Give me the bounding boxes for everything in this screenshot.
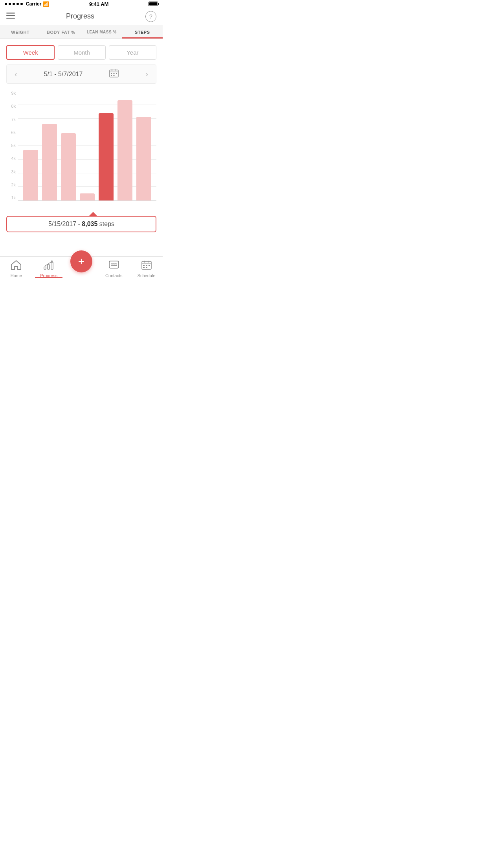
status-right	[149, 2, 158, 6]
y-label-5k: 5k	[6, 143, 18, 148]
tooltip-separator: -	[78, 221, 82, 227]
nav-bar: Progress ?	[0, 8, 163, 25]
signal-dot-3	[13, 3, 15, 5]
time-display: 9:41 AM	[89, 1, 108, 7]
nav-progress[interactable]: Progress	[33, 260, 65, 278]
period-week-button[interactable]: Week	[6, 45, 55, 60]
svg-rect-26	[149, 265, 150, 266]
y-label-6k: 6k	[6, 130, 18, 135]
bar-1[interactable]	[42, 124, 57, 200]
y-label-9k: 9k	[6, 91, 18, 96]
nav-home[interactable]: Home	[0, 260, 33, 278]
period-month-button[interactable]: Month	[58, 45, 105, 60]
svg-point-18	[115, 264, 117, 266]
help-button[interactable]: ?	[145, 11, 156, 22]
svg-rect-12	[44, 267, 46, 269]
y-axis: 1k 2k 3k 4k 5k 6k 7k 8k 9k	[6, 91, 18, 201]
nav-home-label: Home	[11, 273, 22, 278]
tooltip-arrow	[89, 212, 97, 216]
svg-rect-27	[143, 267, 145, 268]
svg-rect-24	[143, 265, 145, 266]
y-label-1k: 1k	[6, 195, 18, 200]
bar-2[interactable]	[61, 133, 76, 200]
tooltip-area: 5/15/2017 - 8,035 steps	[6, 212, 156, 232]
svg-rect-2	[6, 18, 15, 19]
y-label-4k: 4k	[6, 156, 18, 161]
svg-rect-10	[111, 75, 112, 76]
period-year-button[interactable]: Year	[109, 45, 156, 60]
svg-rect-0	[6, 13, 15, 14]
bars-row	[18, 91, 156, 200]
svg-rect-28	[146, 267, 147, 268]
status-left: Carrier 📶	[5, 1, 49, 7]
next-chevron[interactable]: ›	[145, 70, 148, 79]
schedule-icon	[141, 260, 152, 272]
menu-icon[interactable]	[6, 12, 15, 21]
status-bar: Carrier 📶 9:41 AM	[0, 0, 163, 8]
wifi-icon: 📶	[43, 1, 49, 7]
y-label-2k: 2k	[6, 182, 18, 187]
bar-5[interactable]	[117, 100, 132, 200]
prev-chevron[interactable]: ‹	[15, 70, 17, 79]
chart-area	[18, 91, 156, 201]
period-selector: Week Month Year	[0, 39, 163, 64]
y-label-7k: 7k	[6, 117, 18, 122]
tooltip-value: 8,035	[82, 221, 97, 227]
bar-0[interactable]	[23, 150, 38, 200]
chart-container: 1k 2k 3k 4k 5k 6k 7k 8k 9k	[0, 87, 163, 209]
svg-rect-8	[114, 73, 115, 74]
tooltip-unit-label: steps	[99, 221, 114, 227]
signal-dot-2	[9, 3, 11, 5]
page-title: Progress	[66, 12, 94, 20]
y-label-3k: 3k	[6, 169, 18, 174]
tab-weight[interactable]: WEIGHT	[0, 25, 41, 39]
date-range-bar: ‹ 5/1 - 5/7/2017 ›	[6, 64, 156, 84]
svg-rect-16	[109, 261, 119, 268]
tooltip-box: 5/15/2017 - 8,035 steps	[6, 216, 156, 232]
svg-rect-25	[146, 265, 147, 266]
nav-add[interactable]: +	[65, 257, 98, 272]
home-icon	[11, 260, 22, 272]
svg-rect-9	[116, 73, 117, 74]
signal-dot-5	[20, 3, 23, 5]
svg-rect-1	[6, 15, 15, 17]
svg-rect-7	[111, 73, 112, 74]
bar-6[interactable]	[136, 117, 151, 200]
tab-lean-mass[interactable]: LEAN MASS %	[81, 25, 122, 39]
battery-icon	[149, 2, 158, 6]
bar-4[interactable]	[99, 113, 114, 200]
svg-rect-14	[51, 262, 53, 269]
metric-tabs: WEIGHT BODY FAT % LEAN MASS % STEPS	[0, 25, 163, 39]
date-range-text: 5/1 - 5/7/2017	[44, 71, 83, 78]
svg-rect-11	[114, 75, 115, 76]
carrier-label: Carrier	[26, 1, 41, 7]
signal-dot-4	[17, 3, 19, 5]
signal-dot-1	[5, 3, 7, 5]
svg-point-19	[113, 264, 115, 266]
bar-3[interactable]	[80, 193, 95, 200]
y-label-8k: 8k	[6, 104, 18, 108]
tab-steps[interactable]: STEPS	[122, 25, 163, 39]
tooltip-date: 5/15/2017	[48, 221, 76, 227]
tab-body-fat[interactable]: BODY FAT %	[41, 25, 82, 39]
progress-active-indicator	[35, 277, 62, 278]
add-button[interactable]: +	[70, 250, 92, 272]
nav-contacts-label: Contacts	[105, 273, 122, 278]
nav-schedule-label: Schedule	[138, 273, 156, 278]
contacts-icon	[108, 260, 119, 272]
progress-icon	[43, 260, 54, 272]
bottom-nav: Home Progress + Contacts	[0, 256, 163, 289]
nav-progress-label: Progress	[40, 273, 57, 278]
nav-schedule[interactable]: Schedule	[130, 260, 163, 278]
svg-rect-13	[48, 265, 50, 269]
nav-contacts[interactable]: Contacts	[97, 260, 130, 278]
svg-point-17	[111, 264, 113, 266]
calendar-icon[interactable]	[109, 69, 119, 79]
